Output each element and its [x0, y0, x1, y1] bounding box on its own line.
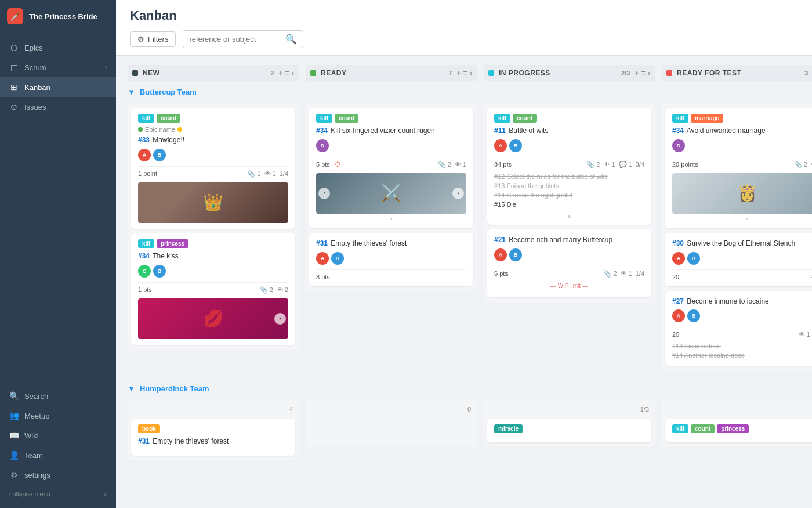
card-21-title: #21 Become rich and marry Buttercup [494, 235, 644, 245]
col-body-new-buttercup: kill count Epic name #33 Mawidge!! [128, 103, 299, 350]
sidebar-collapse-btn[interactable]: collapse menu « [0, 485, 116, 503]
col-count-rft-hump: 1 [665, 405, 812, 414]
card-11-checklist: #12 Select the rules for the battle of w… [494, 172, 644, 209]
sidebar-item-meetup[interactable]: 👥 Meetup [0, 406, 116, 426]
card-30-title: #30 Survive the Bog of Ethernal Stench [672, 239, 812, 248]
card-image-next-btn[interactable]: › [274, 313, 286, 325]
card-31t-footer: 8 pts [316, 269, 466, 280]
filter-button[interactable]: ⚙ Filters [130, 31, 176, 47]
card-hump-miracle[interactable]: miracle [487, 419, 651, 442]
progress-label: 1/4 [636, 270, 644, 277]
col-title-in-progress: IN PROGRESS [499, 69, 617, 77]
card-hump-31[interactable]: book #31 Empty the thieves' forest [131, 419, 295, 456]
sidebar-nav: ⬡ Epics ◫ Scrum › ⊞ Kanban ⊙ Issues [0, 33, 116, 381]
sidebar-item-search[interactable]: 🔍 Search [0, 386, 116, 406]
card-21-meta: 📎 2 👁 1 1/4 [603, 270, 644, 278]
filter-label: Filters [148, 35, 168, 44]
card-27-avatars: A B [672, 309, 812, 322]
kanban-board: NEW 2 + ≡ ‹ READY 7 + ≡ ‹ IN PROGRESS [116, 56, 812, 508]
col-title-new: NEW [143, 69, 266, 77]
card-34k-footer: 1 pts 📎 2 👁 2 [138, 282, 288, 294]
tag-princess: princess [157, 239, 188, 248]
tag-princess: princess [717, 424, 749, 433]
card-33-points: 1 point [138, 170, 157, 177]
tag-miracle: miracle [494, 424, 523, 433]
sidebar-item-kanban[interactable]: ⊞ Kanban [0, 77, 116, 97]
card-27-points: 20 [672, 331, 679, 338]
card-33-title: #33 Mawidge!! [138, 135, 288, 145]
view-count: 👁 1 [603, 161, 615, 168]
sidebar-item-wiki[interactable]: 📖 Wiki [0, 426, 116, 445]
card-image-next-btn[interactable]: › [452, 188, 464, 199]
collapse-icon: « [103, 491, 107, 498]
col-color-dot-readyfortest [666, 70, 672, 76]
team-header-buttercup[interactable]: ▼ Buttercup Team [128, 88, 800, 96]
sidebar-item-team[interactable]: 👤 Team [0, 445, 116, 465]
sidebar-item-label: Search [24, 392, 48, 401]
card-34k-avatars: C B [138, 265, 288, 278]
card-30[interactable]: #30 Survive the Bog of Ethernal Stench A… [665, 233, 812, 286]
col-count-new: 2 [270, 70, 274, 77]
team-header-humperdinck[interactable]: ▼ Humperdinck Team [128, 384, 800, 393]
card-34k-points: 1 pts [138, 286, 152, 293]
card-hump-rft-tags: kill count princess [672, 424, 812, 433]
card-21-footer: 6 pts 📎 2 👁 1 1/4 [494, 266, 644, 278]
card-21[interactable]: #21 Become rich and marry Buttercup A B … [487, 229, 651, 297]
tag-kill: kill [138, 114, 154, 123]
col-actions-new[interactable]: + ≡ ‹ [278, 69, 294, 77]
sidebar-item-label: Wiki [24, 431, 39, 440]
sidebar-bottom-nav: 🔍 Search 👥 Meetup 📖 Wiki 👤 Team ⚙ settin… [0, 381, 116, 508]
attachment-count: 📎 2 [794, 161, 807, 168]
card-33-meta: 📎 1 👁 1 1/4 [247, 170, 288, 178]
attachment-count: 📎 2 [603, 270, 617, 278]
card-33[interactable]: kill count Epic name #33 Mawidge!! [131, 108, 295, 229]
issues-icon: ⊙ [9, 102, 19, 111]
card-34r-title: #34 Kill six-fingered vizier count rugen [316, 126, 466, 136]
wiki-icon: 📖 [9, 431, 19, 440]
page-title: Kanban [130, 8, 798, 23]
col-actions-ready[interactable]: + ≡ ‹ [456, 69, 472, 77]
attachment-count: 📎 1 [247, 170, 260, 178]
card-34-rugen[interactable]: kill count #34 Kill six-fingered vizier … [309, 108, 473, 228]
column-header-ready: READY 7 + ≡ ‹ [306, 65, 477, 83]
image-dots-2: • [672, 216, 812, 222]
card-11[interactable]: kill count #11 Battle of wits A B [487, 108, 651, 225]
card-27-title: #27 Become inmune to iocaine [672, 297, 812, 307]
col-actions-in-progress[interactable]: + ≡ ‹ [635, 69, 650, 77]
card-hump-rft[interactable]: kill count princess [665, 419, 812, 442]
page-header: Kanban ⚙ Filters 🔍 [116, 0, 812, 56]
sidebar-item-issues[interactable]: ⊙ Issues [0, 97, 116, 117]
avatar: B [153, 149, 166, 161]
card-34-kiss[interactable]: kill princess #34 The kiss C B [131, 233, 295, 345]
card-34-avoid[interactable]: kill marriage #34 Avoid unwanted marriag… [665, 108, 812, 228]
col-readyfortest-humperdinck: 1 kill count princess [662, 400, 812, 447]
col-body-readyfortest-humperdinck: 1 kill count princess [662, 400, 812, 447]
avatar: C [138, 265, 151, 278]
chevron-down-icon-2: ▼ [128, 384, 135, 393]
card-31-thieves[interactable]: #31 Empty the thieves' forest A B 8 pts [309, 233, 473, 286]
card-34k-tags: kill princess [138, 239, 288, 248]
avatar: B [153, 265, 166, 278]
sidebar-item-settings[interactable]: ⚙ settings [0, 465, 116, 485]
sidebar-logo[interactable]: 🗡️ The Princess Bride [0, 0, 116, 33]
card-34r-points: 5 pts [316, 161, 330, 168]
col-count-ready-hump: 0 [309, 405, 473, 414]
card-33-epic: Epic name [138, 126, 288, 133]
column-header-new: NEW 2 + ≡ ‹ [128, 65, 299, 83]
tag-book: book [138, 424, 160, 433]
sidebar-item-scrum[interactable]: ◫ Scrum › [0, 57, 116, 77]
tag-count: count [335, 114, 358, 123]
sidebar-item-epics[interactable]: ⬡ Epics [0, 38, 116, 57]
card-collapse-btn[interactable]: ▲ [494, 212, 644, 219]
sidebar: 🗡️ The Princess Bride ⬡ Epics ◫ Scrum › … [0, 0, 116, 508]
card-34a-avatars: D [672, 139, 812, 152]
search-input[interactable] [189, 35, 282, 44]
avatar: B [509, 248, 522, 261]
card-34a-meta: 📎 2 👁 1 [794, 161, 812, 168]
card-image-prev-btn[interactable]: ‹ [318, 188, 330, 199]
kanban-icon: ⊞ [9, 82, 19, 92]
search-bar[interactable]: 🔍 [183, 30, 303, 48]
card-27[interactable]: #27 Become inmune to iocaine A B 20 👁 1 [665, 291, 812, 366]
card-34a-image: 👸 [672, 173, 812, 214]
humperdinck-columns-row: 4 book #31 Empty the thieves' forest [128, 400, 800, 460]
